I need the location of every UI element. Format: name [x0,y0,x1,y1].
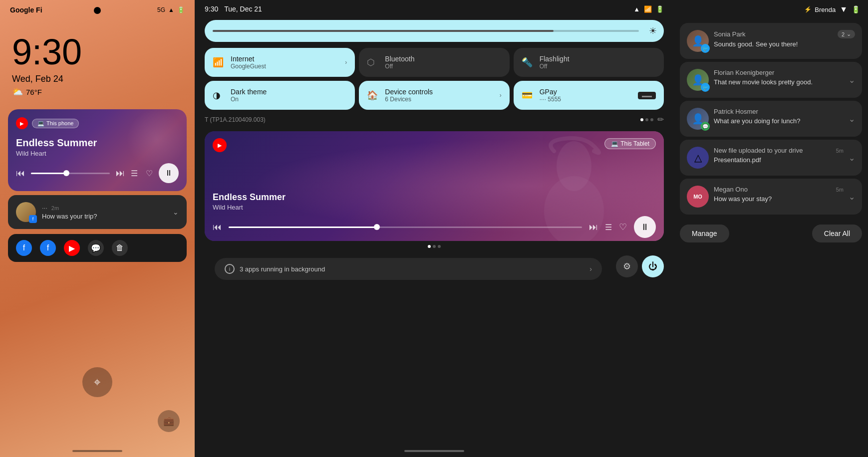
notification-content: ··· 2m How was your trip? [42,204,167,220]
settings-button[interactable]: ⚙ [616,255,638,277]
notification-card-sonia[interactable]: 👤 🐦 Sonia Park 2 ⌄ Sounds good. See you … [680,23,862,59]
facebook-messenger-icon[interactable]: f [40,240,56,256]
brightness-slider[interactable]: ☀ [205,20,664,42]
qs-tiles-row1: 📶 Internet GoogleGuest › ⬡ Bluetooth Off… [195,48,674,77]
charging-icon: ⚡ [804,6,812,13]
messenger-badge: f [29,215,37,223]
device-controls-icon: 🏠 [367,90,379,101]
sonia-header: Sonia Park 2 ⌄ [714,30,855,38]
notification-card-florian[interactable]: 👤 🐦 Florian Koenigberger That new movie … [680,62,862,98]
sender-avatar: f [16,202,36,222]
dot-3 [650,118,653,121]
qs-prev-button[interactable]: ⏮ [213,222,222,232]
trash-icon[interactable]: 🗑 [112,240,128,256]
bluetooth-tile[interactable]: ⬡ Bluetooth Off [359,48,509,77]
florian-header: Florian Koenigberger [714,69,844,76]
bluetooth-icon: ⬡ [367,57,379,68]
sonia-message: Sounds good. See you there! [714,40,855,48]
expand-notification-button[interactable]: ⌄ [173,208,179,216]
internet-label: Internet [231,55,266,63]
notif-status-bar: ⚡ Brenda ▼ 🔋 [674,0,868,19]
app-shortcuts-bar: f f ▶ 💬 🗑 [8,234,187,262]
qs-play-pause-button[interactable]: ⏸ [634,216,656,238]
temperature-label: 76°F [26,88,42,96]
heart-icon[interactable]: ♡ [146,169,153,178]
megan-notification-card[interactable]: MO Megan Ono 5m How was your stay? ⌄ [680,179,862,215]
dark-theme-content: Dark theme On [231,88,267,103]
wallet-button[interactable]: 💼 [158,410,180,432]
internet-arrow-icon: › [345,59,347,66]
network-label: 5G [157,6,165,13]
qs-battery-icon: 🔋 [656,5,664,13]
dark-theme-tile[interactable]: ◑ Dark theme On [205,81,355,110]
brightness-control[interactable]: ☀ [205,20,664,42]
dot-2 [645,118,648,121]
megan-avatar: MO [687,186,709,208]
qs-heart-icon[interactable]: ♡ [619,222,627,232]
qs-time: 9:30 [205,5,218,13]
drive-icon: △ [687,147,709,169]
patrick-messages-badge: 💬 [701,122,710,131]
phone-music-widget[interactable]: ▶ 💻 This phone Endless Summer Wild Heart… [8,109,187,191]
megan-expand-button[interactable]: ⌄ [849,192,855,202]
fingerprint-button[interactable]: ⌖ [82,367,112,397]
notification-header: ··· 2m [42,204,167,212]
megan-time: 5m [836,187,844,193]
qs-queue-icon[interactable]: ☰ [605,223,612,232]
megan-name: Megan Ono [714,186,748,193]
next-track-button[interactable]: ⏭ [116,168,125,179]
prev-track-button[interactable]: ⏮ [16,168,25,179]
page-dots [640,118,653,121]
patrick-expand-button[interactable]: ⌄ [849,114,855,124]
qs-next-button[interactable]: ⏭ [589,222,598,232]
gpay-tile[interactable]: 💳 GPay ···· 5555 ▬▬ [514,81,664,110]
device-controls-arrow-icon: › [500,92,502,99]
youtube-music-icon: ▶ [16,117,28,129]
notification-list: 👤 🐦 Sonia Park 2 ⌄ Sounds good. See you … [674,19,868,219]
notif-battery-icon: 🔋 [852,5,860,13]
background-apps-bar[interactable]: i 3 apps running in background › [215,258,602,280]
drive-notification-card[interactable]: △ New file uploaded to your drive 5m Pre… [680,140,862,176]
qs-music-controls: ⏮ ⏭ ☰ ♡ ⏸ [213,216,656,238]
power-button[interactable]: ⏻ [642,255,664,277]
badge-count: 2 [842,31,845,37]
fingerprint-icon: ⌖ [94,375,101,389]
gpay-content: GPay ···· 5555 [540,88,561,103]
florian-expand-button[interactable]: ⌄ [849,75,855,85]
settings-icon: ⚙ [623,261,631,272]
qs-progress-bar[interactable] [229,227,582,228]
facebook-icon[interactable]: f [16,240,32,256]
sonia-avatar-container: 👤 🐦 [687,30,709,52]
queue-icon[interactable]: ☰ [131,169,138,178]
florian-twitter-badge: 🐦 [701,83,710,92]
clear-all-button[interactable]: Clear All [812,225,862,242]
internet-tile-content: Internet GoogleGuest [231,55,266,70]
edit-icon[interactable]: ✏ [657,115,664,124]
drive-expand-button[interactable]: ⌄ [849,153,855,163]
notification-card-patrick[interactable]: 👤 💬 Patrick Hosmer What are you doing fo… [680,101,862,137]
camera-dot [94,7,101,14]
qs-music-player[interactable]: ▶ 💻 This Tablet Endless Summer Wild Hear… [205,131,664,241]
patrick-message: What are you doing for lunch? [714,117,844,125]
gpay-card-icon: ▬▬ [638,92,656,99]
qs-music-info: Endless Summer Wild Heart [213,192,656,211]
notif-wifi-icon: ▼ [840,5,848,14]
phone-notification-widget[interactable]: f ··· 2m How was your trip? ⌄ [8,195,187,229]
megan-header: Megan Ono 5m [714,186,844,193]
messages-icon[interactable]: 💬 [88,240,104,256]
internet-tile[interactable]: 📶 Internet GoogleGuest › [205,48,355,77]
music-progress-bar[interactable] [31,173,110,174]
flashlight-icon: 🔦 [522,57,534,68]
wallet-icon: 💼 [163,416,174,427]
device-controls-tile[interactable]: 🏠 Device controls 6 Devices › [359,81,509,110]
phone-lock-screen: Google Fi 5G ▲ 🔋 9:30 Wed, Feb 24 ⛅ 76°F… [0,0,195,457]
youtube-icon[interactable]: ▶ [64,240,80,256]
flashlight-label: Flashlight [540,55,570,63]
florian-name: Florian Koenigberger [714,69,774,76]
battery-icon: 🔋 [177,6,185,13]
notifications-panel: ⚡ Brenda ▼ 🔋 👤 🐦 Sonia Park 2 ⌄ Sounds g… [674,0,868,457]
progress-dot [63,170,69,176]
this-phone-badge: 💻 This phone [32,119,79,128]
flashlight-tile[interactable]: 🔦 Flashlight Off [514,48,664,77]
manage-button[interactable]: Manage [680,225,729,242]
